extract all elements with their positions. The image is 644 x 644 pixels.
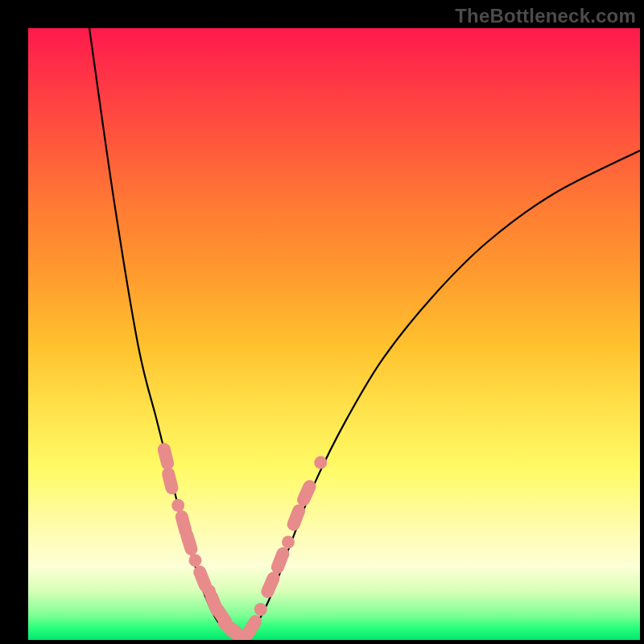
chart-frame: TheBottleneck.com xyxy=(0,0,644,644)
marker-dot xyxy=(314,456,327,469)
marker-dot xyxy=(282,535,295,548)
marker-dot xyxy=(188,554,201,567)
chart-svg xyxy=(28,28,640,640)
curve-left xyxy=(89,28,242,640)
curve-right xyxy=(242,151,640,640)
marker-pill xyxy=(270,545,291,575)
curve-group xyxy=(89,28,640,640)
marker-pill xyxy=(160,466,180,496)
watermark-text: TheBottleneck.com xyxy=(455,5,636,27)
marker-dot xyxy=(254,603,267,616)
marker-pill xyxy=(259,570,282,601)
markers-group xyxy=(156,442,327,640)
plot-area xyxy=(28,28,640,640)
marker-dot xyxy=(171,499,184,512)
marker-pill xyxy=(156,442,175,472)
marker-pill xyxy=(179,527,199,557)
marker-pill xyxy=(285,502,307,532)
